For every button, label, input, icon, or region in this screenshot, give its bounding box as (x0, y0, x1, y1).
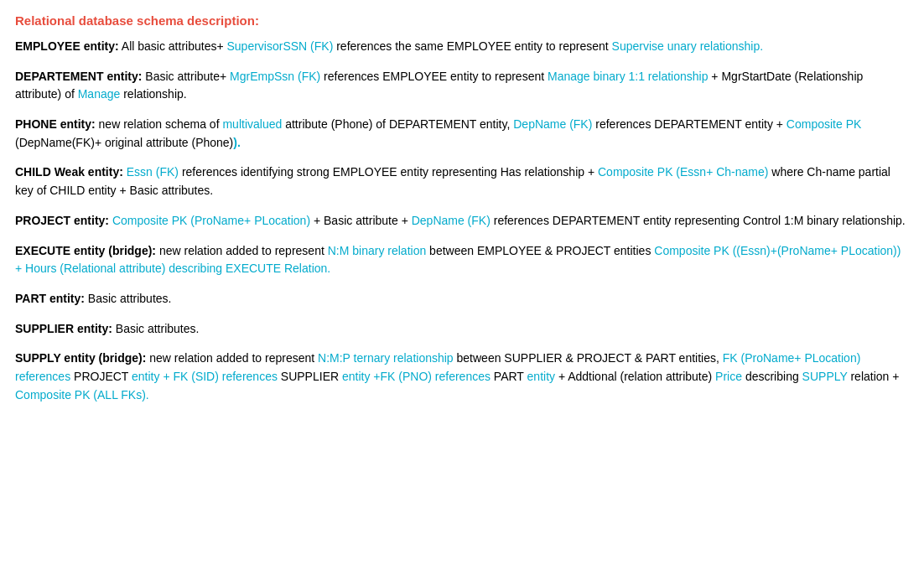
text-part-supply-5: entity + FK (SID) references (132, 370, 278, 383)
text-part-supplier-0: Basic attributes. (112, 322, 200, 335)
text-part-supply-15: Composite PK (ALL FKs). (15, 388, 149, 402)
section-execute: EXECUTE entity (bridge): new relation ad… (15, 242, 909, 278)
text-part-supply-9: entity (527, 370, 555, 383)
text-part-execute-0: new relation added to represent (156, 244, 328, 257)
entity-label-child: CHILD Weak entity: (15, 165, 123, 179)
text-part-supply-8: PART (491, 370, 527, 383)
text-part-phone-4: references DEPARTEMENT entity + (592, 117, 786, 131)
text-part-departement-2: references EMPLOYEE entity to represent (320, 70, 548, 83)
text-part-phone-3: DepName (FK) (513, 117, 592, 131)
entity-label-supplier: SUPPLIER entity: (15, 322, 112, 335)
text-part-project-3: DepName (FK) (412, 214, 491, 227)
text-part-phone-5: Composite PK (786, 117, 861, 131)
text-part-phone-7: ). (233, 136, 241, 149)
text-part-supply-1: N:M:P ternary relationship (318, 351, 454, 365)
text-part-supply-14: relation + (848, 370, 900, 383)
entity-label-employee: EMPLOYEE entity: (15, 39, 119, 53)
entity-label-part: PART entity: (15, 292, 85, 305)
text-part-supply-2: between SUPPLIER & PROJECT & PART entiti… (454, 351, 723, 365)
text-part-departement-1: MgrEmpSsn (FK) (230, 70, 320, 83)
text-part-phone-6: (DepName(FK)+ original attribute (Phone) (15, 136, 233, 149)
text-part-execute-1: N:M binary relation (328, 244, 427, 257)
text-part-supply-12: describing (742, 370, 802, 383)
text-part-supply-10: + Addtional (relation attribute) (555, 370, 715, 383)
text-part-supply-0: new relation added to represent (146, 351, 318, 365)
text-part-supply-4: PROJECT (70, 370, 132, 383)
section-supplier: SUPPLIER entity: Basic attributes. (15, 320, 909, 339)
entity-label-supply: SUPPLY entity (bridge): (15, 351, 146, 365)
section-project: PROJECT entity: Composite PK (ProName+ P… (15, 212, 909, 231)
text-part-departement-0: Basic attribute+ (142, 70, 230, 83)
section-employee: EMPLOYEE entity: All basic attributes+ S… (15, 38, 909, 56)
text-part-departement-3: Manage binary 1:1 relationship (548, 70, 708, 83)
text-part-departement-6: relationship. (120, 87, 186, 101)
section-part: PART entity: Basic attributes. (15, 290, 909, 308)
text-part-supply-11: Price (715, 370, 742, 383)
text-part-phone-1: multivalued (222, 117, 282, 131)
page-title: Relational database schema description: (15, 13, 909, 28)
text-part-child-3: Composite PK (Essn+ Ch-name) (598, 165, 768, 179)
section-supply: SUPPLY entity (bridge): new relation add… (15, 350, 909, 404)
entity-label-phone: PHONE entity: (15, 117, 96, 131)
text-part-project-1: Composite PK (ProName+ PLocation) (112, 214, 310, 227)
text-part-supply-13: SUPPLY (802, 370, 848, 383)
text-part-employee-2: references the same EMPLOYEE entity to r… (333, 39, 611, 53)
text-part-supply-6: SUPPLIER (278, 370, 342, 383)
text-part-phone-0: new relation schema of (96, 117, 223, 131)
section-departement: DEPARTEMENT entity: Basic attribute+ Mgr… (15, 68, 909, 104)
entity-label-project: PROJECT entity: (15, 214, 109, 227)
text-part-supply-7: entity +FK (PNO) references (342, 370, 491, 383)
text-part-project-4: references DEPARTEMENT entity representi… (491, 214, 906, 227)
text-part-part-0: Basic attributes. (85, 292, 172, 305)
section-child: CHILD Weak entity: Essn (FK) references … (15, 163, 909, 200)
text-part-employee-3: Supervise unary relationship. (612, 39, 764, 53)
text-part-child-2: references identifying strong EMPLOYEE e… (179, 165, 598, 179)
entity-label-execute: EXECUTE entity (bridge): (15, 244, 156, 257)
text-part-employee-1: SupervisorSSN (FK) (226, 39, 333, 53)
text-part-employee-0: All basic attributes+ (119, 39, 227, 53)
text-part-departement-5: Manage (78, 87, 121, 101)
section-phone: PHONE entity: new relation schema of mul… (15, 116, 909, 152)
text-part-execute-2: between EMPLOYEE & PROJECT entities (426, 244, 654, 257)
text-part-child-1: Essn (FK) (127, 165, 179, 179)
text-part-phone-2: attribute (Phone) of DEPARTEMENT entity, (282, 117, 513, 131)
entity-label-departement: DEPARTEMENT entity: (15, 70, 142, 83)
text-part-project-2: + Basic attribute + (310, 214, 412, 227)
